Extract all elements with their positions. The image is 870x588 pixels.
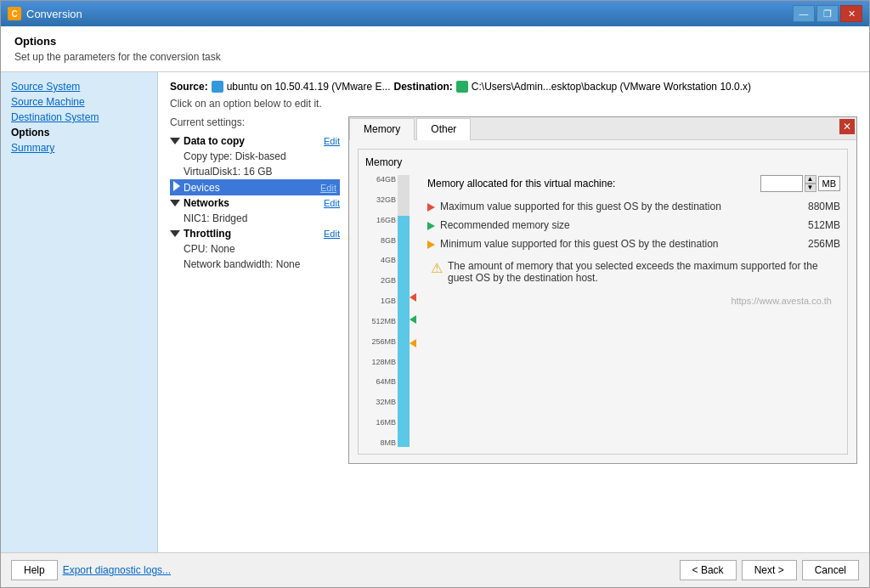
tree-section-devices[interactable]: Devices Edit (170, 179, 340, 195)
sidebar-item-options[interactable]: Options (11, 127, 147, 139)
scale-area: 8MB 16MB 32MB 64MB 128MB 256MB 512MB 1GB (365, 175, 421, 447)
bottom-left: Help Export diagnostic logs... (11, 560, 171, 580)
marker-green (410, 315, 416, 324)
app-icon: C (8, 7, 21, 20)
title-controls: — ❐ ✕ (793, 5, 862, 22)
tab-other[interactable]: Other (416, 118, 471, 140)
expand-icon-throttling (170, 230, 180, 237)
scale-64mb: 64MB (365, 377, 396, 386)
expand-icon-devices (173, 181, 180, 191)
scale-32mb: 32MB (365, 398, 396, 406)
settings-panel: Current settings: Data to copy Edit Copy… (170, 116, 857, 464)
edit-data-to-copy[interactable]: Edit (324, 136, 340, 146)
icon-recommended (427, 222, 435, 230)
bar-container (398, 175, 410, 447)
scale-16gb: 16GB (365, 216, 396, 224)
memory-group: Memory 8MB 16MB 32MB 6 (358, 149, 848, 455)
recommended-value: 512MB (806, 219, 840, 231)
min-value: 256MB (806, 238, 840, 250)
close-button[interactable]: ✕ (840, 5, 862, 22)
content-area: Source: ubuntu on 10.50.41.19 (VMware E.… (158, 72, 869, 552)
scale-32gb: 32GB (365, 195, 396, 204)
sidebar-item-source-system[interactable]: Source System (11, 81, 147, 93)
source-value: ubuntu on 10.50.41.19 (VMware E... (227, 81, 391, 93)
dialog-panel: ✕ Memory Other Memory (348, 116, 857, 464)
icon-min (427, 240, 435, 249)
scale-16mb: 16MB (365, 418, 396, 427)
dialog-tabs: Memory Other (349, 117, 856, 140)
tree-section-networks: Networks Edit (170, 195, 340, 211)
info-row-recommended: Recommended memory size 512MB (427, 219, 840, 231)
sidebar-item-source-machine[interactable]: Source Machine (11, 96, 147, 108)
dest-label: Destination: (393, 81, 452, 93)
scale-labels: 8MB 16MB 32MB 64MB 128MB 256MB 512MB 1GB (365, 175, 398, 447)
marker-red (410, 293, 416, 302)
dialog-close-button[interactable]: ✕ (839, 119, 855, 134)
warning-icon: ⚠ (431, 260, 443, 276)
tab-memory[interactable]: Memory (349, 118, 415, 140)
edit-throttling[interactable]: Edit (324, 229, 340, 239)
mem-unit[interactable]: MB (818, 176, 841, 191)
spinner-down[interactable]: ▼ (805, 184, 816, 192)
scale-256mb: 256MB (365, 337, 396, 346)
cancel-button[interactable]: Cancel (802, 560, 859, 580)
virtual-disk-item: VirtualDisk1: 16 GB (170, 164, 340, 179)
memory-layout: 8MB 16MB 32MB 64MB 128MB 256MB 512MB 1GB (365, 175, 840, 447)
dest-icon (456, 81, 468, 93)
export-logs-button[interactable]: Export diagnostic logs... (63, 560, 171, 580)
spinner-up[interactable]: ▲ (805, 175, 816, 184)
back-button[interactable]: < Back (680, 560, 737, 580)
scale-4gb: 4GB (365, 256, 396, 264)
scale-chart: 8MB 16MB 32MB 64MB 128MB 256MB 512MB 1GB (365, 175, 421, 447)
scale-128mb: 128MB (365, 358, 396, 366)
scale-64gb: 64GB (365, 175, 396, 184)
scale-8gb: 8GB (365, 236, 396, 245)
icon-max (427, 203, 435, 212)
alloc-label: Memory allocated for this virtual machin… (427, 178, 755, 189)
sidebar-item-destination-system[interactable]: Destination System (11, 111, 147, 123)
cpu-item: CPU: None (170, 241, 340, 257)
scale-512mb: 512MB (365, 317, 396, 325)
data-to-copy-label: Data to copy (184, 135, 245, 147)
help-button[interactable]: Help (11, 560, 58, 580)
minimize-button[interactable]: — (793, 5, 815, 22)
source-label: Source: (170, 81, 208, 93)
max-value: 880MB (806, 201, 840, 212)
sidebar-item-summary[interactable]: Summary (11, 142, 147, 154)
title-bar: C Conversion — ❐ ✕ (1, 1, 869, 26)
sidebar: Source System Source Machine Destination… (1, 72, 158, 552)
network-bw-item: Network bandwidth: None (170, 257, 340, 272)
marker-yellow (410, 339, 416, 348)
recommended-text: Recommended memory size (440, 219, 801, 231)
tree-section-throttling: Throttling Edit (170, 226, 340, 241)
alloc-input[interactable]: 2000 (760, 175, 803, 192)
expand-icon-networks (170, 200, 180, 206)
info-row-max: Maximum value supported for this guest O… (427, 201, 840, 212)
warning-row: ⚠ The amount of memory that you selected… (427, 257, 840, 287)
title-bar-left: C Conversion (8, 7, 82, 20)
top-section: Options Set up the parameters for the co… (1, 26, 869, 72)
restore-button[interactable]: ❐ (816, 5, 839, 22)
main-window: C Conversion — ❐ ✕ Options Set up the pa… (0, 0, 870, 588)
tree-section-data-to-copy: Data to copy Edit (170, 133, 340, 149)
edit-devices[interactable]: Edit (320, 183, 336, 193)
expand-icon-data (170, 138, 180, 144)
scale-2gb: 2GB (365, 276, 396, 285)
next-button[interactable]: Next > (742, 560, 797, 580)
networks-label: Networks (184, 197, 229, 209)
watermark: https://www.avesta.co.th (427, 296, 840, 306)
window-title: Conversion (26, 8, 82, 20)
bar-fill (398, 216, 410, 447)
bottom-bar: Help Export diagnostic logs... < Back Ne… (1, 552, 869, 587)
max-text: Maximum value supported for this guest O… (440, 201, 801, 212)
scale-8mb: 8MB (365, 438, 396, 447)
memory-group-title: Memory (365, 156, 840, 168)
edit-networks[interactable]: Edit (324, 198, 340, 208)
dest-value: C:\Users\Admin...esktop\backup (VMware W… (472, 81, 751, 93)
page-title: Options (14, 35, 856, 48)
copy-type-item: Copy type: Disk-based (170, 149, 340, 164)
source-bar: Source: ubuntu on 10.50.41.19 (VMware E.… (170, 81, 857, 93)
click-hint: Click on an option below to edit it. (170, 98, 857, 110)
min-text: Minimum value supported for this guest O… (440, 238, 801, 250)
nic1-item: NIC1: Bridged (170, 211, 340, 226)
